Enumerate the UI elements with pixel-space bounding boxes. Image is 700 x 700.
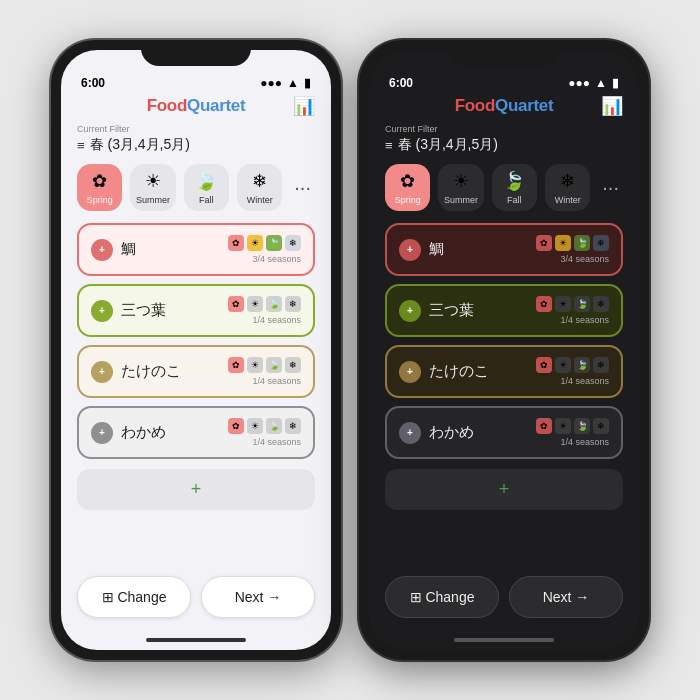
dot2-tai-dark: ☀	[555, 235, 571, 251]
add-button-dark[interactable]: +	[385, 469, 623, 510]
stats-icon-dark[interactable]: 📊	[601, 95, 623, 117]
phones-container: 6:00 ●●● ▲ ▮ FoodQuartet 📊 Current Fil	[51, 40, 649, 660]
signal-icon-dark: ●●●	[568, 76, 590, 90]
dot1-mitsuba-dark: ✿	[536, 296, 552, 312]
fall-label-light: Fall	[199, 195, 214, 205]
summer-icon-light: ☀	[145, 170, 161, 192]
dot2-tai-light: ☀	[247, 235, 263, 251]
dot2-takenoko-light: ☀	[247, 357, 263, 373]
season-spring-dark[interactable]: ✿ Spring	[385, 164, 430, 211]
food-name-wakame-light: わかめ	[121, 423, 166, 442]
food-right-takenoko-light: ✿ ☀ 🍃 ❄ 1/4 seasons	[228, 357, 301, 386]
phone-inner-dark: 6:00 ●●● ▲ ▮ FoodQuartet 📊 Current Fil	[369, 50, 639, 650]
dot2-mitsuba-dark: ☀	[555, 296, 571, 312]
food-name-tai-dark: 鯛	[429, 240, 444, 259]
food-item-takenoko-light[interactable]: + たけのこ ✿ ☀ 🍃 ❄ 1/4 seasons	[77, 345, 315, 398]
status-time-dark: 6:00	[389, 76, 413, 90]
food-circle-mitsuba-light: +	[91, 300, 113, 322]
food-item-tai-dark[interactable]: + 鯛 ✿ ☀ 🍃 ❄ 3/4 seasons	[385, 223, 623, 276]
more-btn-dark[interactable]: ···	[598, 176, 623, 199]
dot1-tai-dark: ✿	[536, 235, 552, 251]
seasons-text-wakame-light: 1/4 seasons	[252, 437, 301, 447]
food-circle-mitsuba-dark: +	[399, 300, 421, 322]
phone-dark: 6:00 ●●● ▲ ▮ FoodQuartet 📊 Current Fil	[359, 40, 649, 660]
dot4-takenoko-dark: ❄	[593, 357, 609, 373]
food-left-mitsuba-light: + 三つ葉	[91, 300, 166, 322]
phone-inner-light: 6:00 ●●● ▲ ▮ FoodQuartet 📊 Current Fil	[61, 50, 331, 650]
notch-dark	[449, 40, 559, 66]
spring-icon-light: ✿	[92, 170, 107, 192]
food-circle-wakame-light: +	[91, 422, 113, 444]
food-name-wakame-dark: わかめ	[429, 423, 474, 442]
food-left-wakame-light: + わかめ	[91, 422, 166, 444]
spring-icon-dark: ✿	[400, 170, 415, 192]
season-fall-light[interactable]: 🍃 Fall	[184, 164, 229, 211]
app-header-light: FoodQuartet 📊	[77, 94, 315, 116]
season-dots-wakame-dark: ✿ ☀ 🍃 ❄	[536, 418, 609, 434]
fall-icon-dark: 🍃	[503, 170, 525, 192]
change-button-light[interactable]: ⊞ Change	[77, 576, 191, 618]
winter-icon-light: ❄	[252, 170, 267, 192]
title-food-light: Food	[147, 96, 187, 115]
filter-row-light: ≡ 春 (3月,4月,5月)	[77, 136, 315, 154]
dot1-wakame-dark: ✿	[536, 418, 552, 434]
dot4-mitsuba-light: ❄	[285, 296, 301, 312]
season-winter-light[interactable]: ❄ Winter	[237, 164, 282, 211]
food-right-tai-dark: ✿ ☀ 🍃 ❄ 3/4 seasons	[536, 235, 609, 264]
food-name-mitsuba-light: 三つ葉	[121, 301, 166, 320]
dot3-mitsuba-light: 🍃	[266, 296, 282, 312]
season-spring-light[interactable]: ✿ Spring	[77, 164, 122, 211]
food-item-mitsuba-dark[interactable]: + 三つ葉 ✿ ☀ 🍃 ❄ 1/4 seasons	[385, 284, 623, 337]
phone-light: 6:00 ●●● ▲ ▮ FoodQuartet 📊 Current Fil	[51, 40, 341, 660]
season-winter-dark[interactable]: ❄ Winter	[545, 164, 590, 211]
food-item-wakame-dark[interactable]: + わかめ ✿ ☀ 🍃 ❄ 1/4 seasons	[385, 406, 623, 459]
food-circle-takenoko-light: +	[91, 361, 113, 383]
season-dots-tai-dark: ✿ ☀ 🍃 ❄	[536, 235, 609, 251]
dot1-wakame-light: ✿	[228, 418, 244, 434]
more-btn-light[interactable]: ···	[290, 176, 315, 199]
food-item-takenoko-dark[interactable]: + たけのこ ✿ ☀ 🍃 ❄ 1/4 seasons	[385, 345, 623, 398]
food-right-wakame-light: ✿ ☀ 🍃 ❄ 1/4 seasons	[228, 418, 301, 447]
fall-icon-light: 🍃	[195, 170, 217, 192]
food-circle-tai-dark: +	[399, 239, 421, 261]
seasons-text-tai-light: 3/4 seasons	[252, 254, 301, 264]
seasons-text-takenoko-dark: 1/4 seasons	[560, 376, 609, 386]
food-list-dark: + 鯛 ✿ ☀ 🍃 ❄ 3/4 seasons	[385, 223, 623, 566]
food-left-wakame-dark: + わかめ	[399, 422, 474, 444]
home-bar-dark	[454, 638, 554, 642]
food-item-tai-light[interactable]: + 鯛 ✿ ☀ 🍃 ❄ 3/4 seasons	[77, 223, 315, 276]
food-name-tai-light: 鯛	[121, 240, 136, 259]
dot3-takenoko-dark: 🍃	[574, 357, 590, 373]
food-name-takenoko-light: たけのこ	[121, 362, 181, 381]
filter-label-light: Current Filter	[77, 124, 315, 134]
next-button-dark[interactable]: Next →	[509, 576, 623, 618]
dot1-takenoko-light: ✿	[228, 357, 244, 373]
next-button-light[interactable]: Next →	[201, 576, 315, 618]
winter-icon-dark: ❄	[560, 170, 575, 192]
title-quartet-light: Quartet	[187, 96, 245, 115]
stats-icon-light[interactable]: 📊	[293, 95, 315, 117]
notch-light	[141, 40, 251, 66]
summer-label-light: Summer	[136, 195, 170, 205]
dot4-tai-dark: ❄	[593, 235, 609, 251]
season-summer-dark[interactable]: ☀ Summer	[438, 164, 483, 211]
bottom-buttons-light: ⊞ Change Next →	[77, 566, 315, 618]
add-button-light[interactable]: +	[77, 469, 315, 510]
dot4-mitsuba-dark: ❄	[593, 296, 609, 312]
dot3-tai-light: 🍃	[266, 235, 282, 251]
dot2-wakame-dark: ☀	[555, 418, 571, 434]
dot4-wakame-light: ❄	[285, 418, 301, 434]
season-fall-dark[interactable]: 🍃 Fall	[492, 164, 537, 211]
dot4-tai-light: ❄	[285, 235, 301, 251]
change-button-dark[interactable]: ⊞ Change	[385, 576, 499, 618]
food-item-mitsuba-light[interactable]: + 三つ葉 ✿ ☀ 🍃 ❄ 1/4 seasons	[77, 284, 315, 337]
filter-row-dark: ≡ 春 (3月,4月,5月)	[385, 136, 623, 154]
food-right-takenoko-dark: ✿ ☀ 🍃 ❄ 1/4 seasons	[536, 357, 609, 386]
food-item-wakame-light[interactable]: + わかめ ✿ ☀ 🍃 ❄ 1/4 seasons	[77, 406, 315, 459]
seasons-text-wakame-dark: 1/4 seasons	[560, 437, 609, 447]
battery-icon: ▮	[304, 76, 311, 90]
season-summer-light[interactable]: ☀ Summer	[130, 164, 175, 211]
season-row-light: ✿ Spring ☀ Summer 🍃 Fall ❄ Winter	[77, 164, 315, 211]
app-header-dark: FoodQuartet 📊	[385, 94, 623, 116]
dot2-wakame-light: ☀	[247, 418, 263, 434]
